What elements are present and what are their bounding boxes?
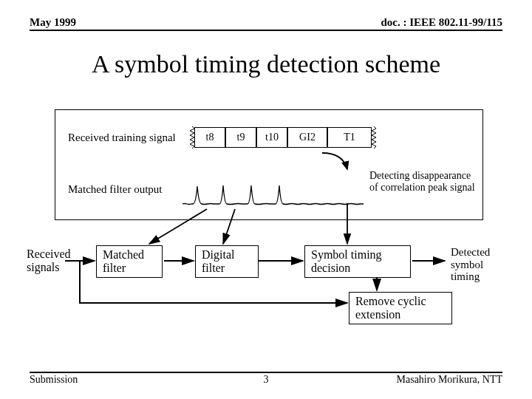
segment-t10: t10 [256, 127, 287, 148]
detect-disappearance-label: Detecting disappearance of correlation p… [369, 170, 495, 194]
matched-filter-output-label: Matched filter output [68, 183, 162, 196]
segment-gi2: GI2 [287, 127, 327, 148]
segment-t1: T1 [327, 127, 372, 148]
received-training-signal-label: Received training signal [68, 132, 176, 144]
slide-title: A symbol timing detection scheme [0, 50, 532, 78]
slide-header: May 1999 doc. : IEEE 802.11-99/115 [30, 16, 502, 31]
symbol-timing-decision-block: Symbol timing decision [304, 245, 411, 278]
segment-t9: t9 [225, 127, 256, 148]
svg-line-0 [149, 209, 207, 244]
digital-filter-block: Digital filter [195, 245, 259, 278]
jagged-right-icon [371, 126, 377, 149]
flow-arrows [22, 203, 510, 351]
svg-line-1 [223, 209, 235, 244]
footer-left: Submission [30, 374, 78, 386]
matched-filter-block: Matched filter [96, 245, 163, 278]
curve-arrow-icon [321, 151, 358, 174]
header-date: May 1999 [30, 16, 76, 29]
remove-cyclic-extension-block: Remove cyclic extension [349, 292, 452, 324]
footer-right: Masahiro Morikura, NTT [397, 374, 502, 386]
detected-symbol-timing-label: Detected symbol timing [451, 246, 510, 283]
header-doc: doc. : IEEE 802.11-99/115 [381, 16, 502, 29]
slide-footer: Submission Masahiro Morikura, NTT [30, 372, 502, 386]
segment-t8: t8 [194, 127, 225, 148]
